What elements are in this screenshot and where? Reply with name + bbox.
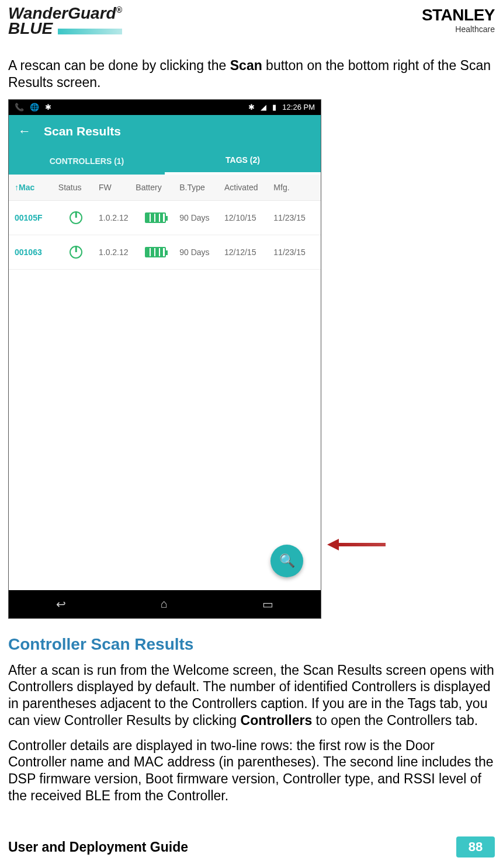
power-icon [70, 246, 82, 259]
cell-battery [136, 212, 175, 223]
status-left-icons: 📞 🌐 ✱ [15, 103, 51, 111]
table-row[interactable]: 00105F 1.0.2.12 90 Days 12/10/15 11/23/1… [9, 201, 321, 235]
back-arrow-icon[interactable]: ← [18, 124, 31, 139]
battery-icon: ▮ [272, 103, 276, 111]
status-right-icons: ✱ ◢ ▮ 12:26 PM [248, 103, 315, 111]
intro-pre: A rescan can be done by clicking the [8, 58, 230, 73]
battery-full-icon [145, 212, 166, 223]
brand-right-main: STANLEY [422, 6, 495, 25]
scan-fab-button[interactable]: 🔍 [270, 545, 303, 577]
table-row[interactable]: 001063 1.0.2.12 90 Days 12/12/15 11/23/1… [9, 235, 321, 270]
paragraph-2: Controller details are displayed in two-… [8, 737, 495, 804]
search-icon: 🔍 [279, 553, 295, 569]
bluetooth-icon: ✱ [45, 103, 51, 111]
section-heading: Controller Scan Results [8, 635, 495, 654]
page-number-badge: 88 [456, 836, 495, 857]
brand-accent-bar [58, 29, 122, 34]
power-icon [70, 211, 82, 224]
intro-bold: Scan [230, 58, 262, 73]
cell-mac: 00105F [15, 213, 54, 222]
phone-screenshot: 📞 🌐 ✱ ✱ ◢ ▮ 12:26 PM ← Scan Results CONT… [8, 99, 321, 619]
col-fw[interactable]: FW [99, 183, 131, 192]
cell-mac: 001063 [15, 247, 54, 257]
col-status[interactable]: Status [58, 183, 94, 192]
para1-post: to open the Controllers tab. [312, 713, 478, 728]
para1-bold: Controllers [241, 713, 313, 728]
battery-full-icon [145, 247, 166, 257]
col-btype[interactable]: B.Type [179, 183, 220, 192]
cell-battery [136, 247, 175, 257]
globe-icon: 🌐 [30, 103, 39, 111]
status-time: 12:26 PM [282, 103, 315, 111]
brand-left: WanderGuard® BLUE [8, 6, 122, 36]
cell-btype: 90 Days [179, 213, 220, 222]
phone-icon: 📞 [15, 103, 24, 111]
brand-right-sub: Healthcare [422, 25, 495, 34]
nav-recents-icon[interactable]: ▭ [262, 597, 273, 611]
arrow-line [339, 543, 386, 546]
cell-mfg: 11/23/15 [273, 247, 315, 257]
brand-reg: ® [116, 5, 122, 15]
sort-arrow-icon: ↑ [15, 183, 19, 192]
cell-fw: 1.0.2.12 [99, 247, 131, 257]
nav-home-icon[interactable]: ⌂ [161, 597, 168, 611]
cell-status [58, 246, 94, 259]
cell-activated: 12/12/15 [224, 247, 269, 257]
col-mac[interactable]: ↑Mac [15, 183, 54, 192]
cell-fw: 1.0.2.12 [99, 213, 131, 222]
col-battery[interactable]: Battery [136, 183, 175, 192]
footer-title: User and Deployment Guide [8, 839, 188, 855]
cell-mfg: 11/23/15 [273, 213, 315, 222]
tab-tags[interactable]: TAGS (2) [165, 148, 321, 175]
cell-activated: 12/10/15 [224, 213, 269, 222]
cell-btype: 90 Days [179, 247, 220, 257]
cell-status [58, 211, 94, 224]
callout-arrow [327, 539, 386, 550]
brand-sub: BLUE [8, 19, 53, 37]
page-header: WanderGuard® BLUE STANLEY Healthcare [8, 6, 495, 41]
app-bar: ← Scan Results [9, 115, 321, 148]
col-activated[interactable]: Activated [224, 183, 269, 192]
nav-back-icon[interactable]: ↩ [56, 597, 66, 611]
android-nav-bar: ↩ ⌂ ▭ [9, 590, 321, 618]
table-header-row: ↑Mac Status FW Battery B.Type Activated … [9, 175, 321, 201]
bluetooth-icon: ✱ [248, 103, 255, 111]
intro-paragraph: A rescan can be done by clicking the Sca… [8, 57, 495, 91]
brand-right: STANLEY Healthcare [422, 6, 495, 34]
app-bar-title: Scan Results [44, 124, 121, 138]
paragraph-1: After a scan is run from the Welcome scr… [8, 662, 495, 729]
tab-bar: CONTROLLERS (1) TAGS (2) [9, 148, 321, 175]
col-mfg[interactable]: Mfg. [273, 183, 315, 192]
col-mac-label: Mac [19, 183, 34, 192]
android-status-bar: 📞 🌐 ✱ ✱ ◢ ▮ 12:26 PM [9, 100, 321, 115]
tab-controllers[interactable]: CONTROLLERS (1) [9, 148, 165, 175]
page-footer: User and Deployment Guide 88 [8, 836, 495, 857]
arrow-head-icon [327, 539, 339, 550]
wifi-icon: ◢ [261, 103, 266, 111]
